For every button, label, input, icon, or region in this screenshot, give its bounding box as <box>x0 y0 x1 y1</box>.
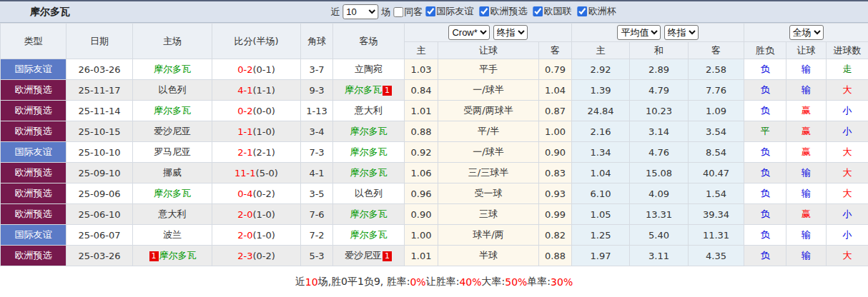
wdl-result: 负 <box>744 204 786 225</box>
ah-away-odds: 0.79 <box>539 59 572 80</box>
goals-result: 大 <box>827 142 868 163</box>
full-time-score: 0-2 <box>237 64 252 75</box>
eu-home-odds: 1.34 <box>572 142 630 163</box>
summary-segment: 单率: <box>527 276 551 288</box>
corner-score: 1-13 <box>301 101 333 121</box>
same-away-label: 同客 <box>404 6 423 19</box>
match-table-body: 国际友谊 26-03-26 摩尔多瓦 0-2(0-1) 3-7 立陶宛 1.03… <box>1 59 868 266</box>
goals-result: 大 <box>827 163 868 183</box>
eu-away-odds: 40.47 <box>689 163 744 183</box>
league-filter[interactable]: 欧洲预选 <box>476 5 527 18</box>
euro-type-select[interactable]: 平均值 <box>617 25 661 40</box>
corner-score: 7-6 <box>301 204 333 225</box>
half-time-score: (1-0) <box>252 209 275 220</box>
eu-home-odds: 2.92 <box>572 59 630 80</box>
half-time-score: (0-1) <box>252 64 275 75</box>
match-count-select[interactable]: 10 <box>342 4 378 19</box>
summary-segment: 近 <box>295 276 305 288</box>
eu-draw-odds: 3.11 <box>630 246 689 266</box>
col-eu-draw: 和 <box>630 42 689 59</box>
eu-draw-odds: 13.31 <box>630 204 689 225</box>
full-time-score: 1-1 <box>237 126 252 137</box>
home-team: 爱沙尼亚 <box>154 126 191 136</box>
goals-result: 大 <box>827 246 868 266</box>
league-label: 欧洲杯 <box>588 5 616 18</box>
topbar-controls: 近 10 场 同客 国际友谊 欧洲预选 欧国联 欧洲杯 <box>330 4 616 19</box>
ah-home-odds: 0.84 <box>405 80 438 101</box>
eu-home-odds: 1.25 <box>572 225 630 246</box>
result-group: 全场 <box>744 24 868 42</box>
away-rank-badge: 1 <box>383 86 392 96</box>
handicap-result: 输 <box>786 80 827 101</box>
asian-odds-group: Crow* 终指 <box>405 24 572 42</box>
home-team: 摩尔多瓦 <box>154 64 191 74</box>
half-time-score: (5-0) <box>256 168 278 178</box>
table-row: 国际友谊 26-03-26 摩尔多瓦 0-2(0-1) 3-7 立陶宛 1.03… <box>1 59 868 80</box>
eu-draw-odds: 10.23 <box>630 101 689 121</box>
summary-segment: 10 <box>305 276 318 288</box>
ah-time-select[interactable]: 终指 <box>493 25 528 40</box>
summary-segment: 让胜率: <box>426 276 460 288</box>
league-filter[interactable]: 欧国联 <box>531 5 572 18</box>
handicap-line: 半球 <box>438 246 539 266</box>
full-time-score: 4-1 <box>237 85 252 96</box>
home-team: 摩尔多瓦 <box>154 105 191 116</box>
corner-score: 7-3 <box>301 142 333 163</box>
handicap-result: 输 <box>786 163 827 183</box>
col-ah-away: 客 <box>539 42 572 59</box>
eu-draw-odds: 5.40 <box>630 225 689 246</box>
away-team: 爱沙尼亚 <box>345 250 382 261</box>
league-filter[interactable]: 欧洲杯 <box>575 5 616 18</box>
corner-score: 3-7 <box>301 59 333 80</box>
league-checkbox[interactable] <box>479 6 489 16</box>
table-header: 类型 日期 主场 比分(半场) 角球 客场 Crow* 终指 平均值 终指 全场 <box>1 24 868 59</box>
handicap-line: 平/半 <box>438 121 539 142</box>
half-time-score: (0-2) <box>252 251 275 261</box>
corner-score: 9-3 <box>301 80 333 101</box>
summary-segment: 0% <box>410 276 425 288</box>
handicap-line: 一/球半 <box>438 142 539 163</box>
league-checkbox[interactable] <box>533 6 543 16</box>
eu-away-odds: 39.34 <box>689 204 744 225</box>
home-team: 波兰 <box>163 229 182 240</box>
league-checkbox[interactable] <box>425 6 435 16</box>
competition-badge: 欧洲预选 <box>1 163 66 183</box>
matches-table: 类型 日期 主场 比分(半场) 角球 客场 Crow* 终指 平均值 终指 全场 <box>0 23 868 266</box>
half-time-score: (1-1) <box>252 85 275 96</box>
ah-away-odds: 0.99 <box>539 204 572 225</box>
home-team: 摩尔多瓦 <box>154 188 191 198</box>
competition-badge: 欧洲预选 <box>1 121 66 142</box>
bookmaker-select[interactable]: Crow* <box>448 25 490 40</box>
eu-draw-odds: 4.79 <box>630 80 689 101</box>
same-away-filter[interactable]: 同客 <box>390 6 423 19</box>
same-away-checkbox[interactable] <box>393 7 403 17</box>
handicap-result: 输 <box>786 183 827 204</box>
ah-home-odds: 1.01 <box>405 101 438 121</box>
col-type: 类型 <box>1 24 66 59</box>
euro-time-select[interactable]: 终指 <box>664 25 699 40</box>
col-score: 比分(半场) <box>212 24 301 59</box>
ah-home-odds: 0.88 <box>405 121 438 142</box>
table-row: 欧洲预选 25-06-10 意大利 2-0(1-0) 7-6 摩尔多瓦 0.90… <box>1 204 868 225</box>
match-date: 25-06-07 <box>66 225 133 246</box>
col-handicap: 让球 <box>438 42 539 59</box>
competition-badge: 欧洲预选 <box>1 101 66 121</box>
handicap-result: 输 <box>786 59 827 80</box>
match-date: 25-09-06 <box>66 183 133 204</box>
wdl-result: 平 <box>744 121 786 142</box>
full-time-score: 0-2 <box>237 106 252 116</box>
ah-away-odds: 0.93 <box>539 183 572 204</box>
match-date: 25-10-10 <box>66 142 133 163</box>
away-rank-badge: 1 <box>383 251 392 261</box>
full-time-score: 2-0 <box>237 209 252 220</box>
away-team: 摩尔多瓦 <box>350 229 388 240</box>
league-filter[interactable]: 国际友谊 <box>423 5 473 18</box>
half-time-score: (1-0) <box>252 126 275 137</box>
ah-home-odds: 1.06 <box>405 163 438 183</box>
scope-select[interactable]: 全场 <box>789 25 824 40</box>
league-checkbox[interactable] <box>578 6 588 16</box>
summary-segment: 场,胜0平1负9, 胜率: <box>318 276 410 288</box>
handicap-line: 三球 <box>438 204 539 225</box>
ah-away-odds: 1.04 <box>539 80 572 101</box>
handicap-line: 受两/两球半 <box>438 101 539 121</box>
